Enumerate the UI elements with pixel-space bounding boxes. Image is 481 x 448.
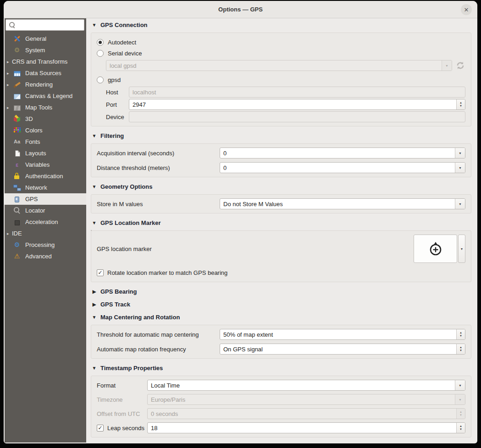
map-centering-group: Threshold for automatic map centering 50…: [91, 325, 471, 359]
lock-icon: [13, 172, 21, 180]
expand-triangle-icon[interactable]: ▶: [92, 302, 97, 307]
chevron-down-icon[interactable]: ▼: [455, 380, 465, 390]
collapse-triangle-icon[interactable]: ▼: [92, 366, 97, 371]
acquisition-combobox[interactable]: 0 ▼: [220, 148, 465, 158]
section-gps-bearing-header[interactable]: ▶ GPS Bearing: [92, 288, 471, 295]
collapse-triangle-icon[interactable]: ▼: [92, 22, 97, 27]
chevron-down-icon[interactable]: ▼: [455, 394, 465, 404]
sidebar-item-label: Advanced: [25, 253, 52, 260]
port-label: Port: [106, 101, 129, 108]
network-icon: [13, 184, 21, 191]
chevron-down-icon[interactable]: ▼: [455, 163, 465, 173]
port-spinbox[interactable]: 2947 ▲▼: [129, 99, 465, 110]
gps-connection-group: Autodetect Serial device local gpsd ▼: [91, 33, 471, 126]
sidebar-item-ide[interactable]: ▸IDE: [5, 228, 86, 239]
sidebar-item-3d[interactable]: 3D: [5, 113, 86, 125]
section-filtering-header[interactable]: ▼ Filtering: [92, 132, 471, 139]
offset-utc-spinbox[interactable]: 0 seconds ▲▼: [147, 408, 465, 419]
collapse-triangle-icon[interactable]: ▼: [92, 184, 97, 189]
table-icon: [14, 71, 21, 76]
distance-combobox[interactable]: 0 ▼: [220, 162, 465, 173]
section-geometry-options-header[interactable]: ▼ Geometry Options: [92, 183, 471, 190]
collapse-triangle-icon[interactable]: ▼: [92, 133, 97, 138]
sidebar-item-system[interactable]: ⚙System: [5, 44, 86, 56]
timezone-combobox[interactable]: Europe/Paris ▼: [147, 394, 465, 405]
sidebar-item-network[interactable]: Network: [5, 182, 86, 193]
section-timestamp-header[interactable]: ▼ Timestamp Properties: [92, 365, 471, 372]
spinner-arrows-icon[interactable]: ▲▼: [456, 344, 465, 354]
offset-utc-value: 0 seconds: [148, 410, 456, 417]
format-combobox[interactable]: Local Time ▼: [147, 380, 465, 391]
chevron-down-icon[interactable]: ▼: [455, 199, 465, 209]
options-dialog: Options — GPS ✕ General ⚙System ▸CRS and…: [4, 1, 477, 443]
store-m-label: Store in M values: [97, 201, 220, 208]
autodetect-radio[interactable]: [97, 39, 104, 46]
marker-dropdown-button[interactable]: ▾: [458, 235, 465, 263]
distance-row: Distance threshold (meters) 0 ▼: [97, 162, 465, 173]
expand-arrow-icon[interactable]: ▸: [5, 71, 12, 76]
serial-device-combobox[interactable]: local gpsd ▼: [106, 60, 452, 71]
device-row: Device: [97, 111, 465, 122]
sidebar-item-label: GPS: [25, 196, 38, 202]
close-icon[interactable]: ✕: [461, 4, 472, 15]
sidebar-item-fonts[interactable]: AaFonts: [5, 136, 86, 148]
rotation-frequency-spinbox[interactable]: On GPS signal ▲▼: [220, 344, 465, 355]
autodetect-row: Autodetect: [97, 37, 465, 48]
sidebar-item-general[interactable]: General: [5, 33, 86, 44]
expand-arrow-icon[interactable]: ▸: [5, 60, 12, 64]
store-m-combobox[interactable]: Do not Store M Values ▼: [220, 198, 465, 209]
sidebar-item-authentication[interactable]: Authentication: [5, 170, 86, 182]
spinner-arrows-icon[interactable]: ▲▼: [456, 409, 465, 419]
section-gps-track-header[interactable]: ▶ GPS Track: [92, 301, 471, 308]
chevron-down-icon[interactable]: ▼: [442, 60, 452, 71]
spinner-arrows-icon[interactable]: ▲▼: [456, 423, 465, 433]
sidebar-item-map-tools[interactable]: ▸Map Tools: [5, 102, 86, 113]
sidebar-item-crs-and-transforms[interactable]: ▸CRS and Transforms: [5, 56, 86, 67]
expand-arrow-icon[interactable]: ▸: [5, 105, 12, 110]
threshold-spinbox[interactable]: 50% of map extent ▲▼: [220, 329, 465, 340]
section-title: GPS Track: [100, 301, 130, 308]
host-field[interactable]: localhost: [129, 87, 465, 98]
spinner-arrows-icon[interactable]: ▲▼: [456, 329, 465, 339]
sidebar-item-label: Rendering: [25, 81, 53, 88]
sidebar-item-variables[interactable]: εVariables: [5, 159, 86, 170]
sidebar-item-acceleration[interactable]: Acceleration: [5, 216, 86, 228]
spinner-arrows-icon[interactable]: ▲▼: [456, 99, 465, 109]
device-label: Device: [106, 114, 129, 120]
sidebar-item-advanced[interactable]: ⚠Advanced: [5, 251, 86, 262]
section-location-marker-header[interactable]: ▼ GPS Location Marker: [92, 219, 471, 226]
sidebar-item-layouts[interactable]: Layouts: [5, 148, 86, 159]
refresh-icon[interactable]: [455, 60, 465, 71]
timezone-row: Timezone Europe/Paris ▼: [97, 394, 465, 405]
gpsd-radio[interactable]: [97, 76, 104, 83]
sidebar-item-label: IDE: [12, 230, 22, 237]
marker-symbol-button[interactable]: [414, 235, 457, 263]
sidebar-item-data-sources[interactable]: ▸Data Sources: [5, 67, 86, 79]
sidebar-search[interactable]: [6, 19, 84, 31]
sidebar-item-canvas-legend[interactable]: Canvas & Legend: [5, 90, 86, 102]
serial-device-row: Serial device: [97, 48, 465, 59]
sidebar-item-rendering[interactable]: ▸Rendering: [5, 79, 86, 90]
section-gps-connection-header[interactable]: ▼ GPS Connection: [92, 22, 471, 28]
expand-arrow-icon[interactable]: ▸: [5, 82, 12, 87]
fonts-icon: Aa: [13, 138, 21, 146]
serial-device-radio[interactable]: [97, 50, 104, 57]
gps-device-icon: [13, 195, 21, 203]
chevron-down-icon[interactable]: ▼: [455, 148, 465, 158]
sidebar-item-processing[interactable]: ⚙Processing: [5, 239, 86, 251]
leap-seconds-checkbox[interactable]: ✓: [97, 425, 104, 432]
sidebar-item-locator[interactable]: Locator: [5, 205, 86, 216]
rotation-frequency-value: On GPS signal: [220, 346, 456, 353]
collapse-triangle-icon[interactable]: ▼: [92, 315, 97, 320]
expand-arrow-icon[interactable]: ▸: [5, 231, 12, 236]
device-field[interactable]: [129, 111, 465, 122]
rotate-marker-checkbox[interactable]: ✓: [97, 269, 104, 276]
sidebar-item-gps[interactable]: GPS: [5, 193, 86, 205]
leap-seconds-spinbox[interactable]: 18 ▲▼: [147, 422, 465, 433]
section-map-centering-header[interactable]: ▼ Map Centering and Rotation: [92, 314, 471, 321]
expand-triangle-icon[interactable]: ▶: [92, 289, 97, 294]
sidebar-item-label: Acceleration: [25, 219, 58, 225]
collapse-triangle-icon[interactable]: ▼: [92, 220, 97, 225]
search-input[interactable]: [17, 21, 84, 29]
sidebar-item-colors[interactable]: Colors: [5, 125, 86, 136]
